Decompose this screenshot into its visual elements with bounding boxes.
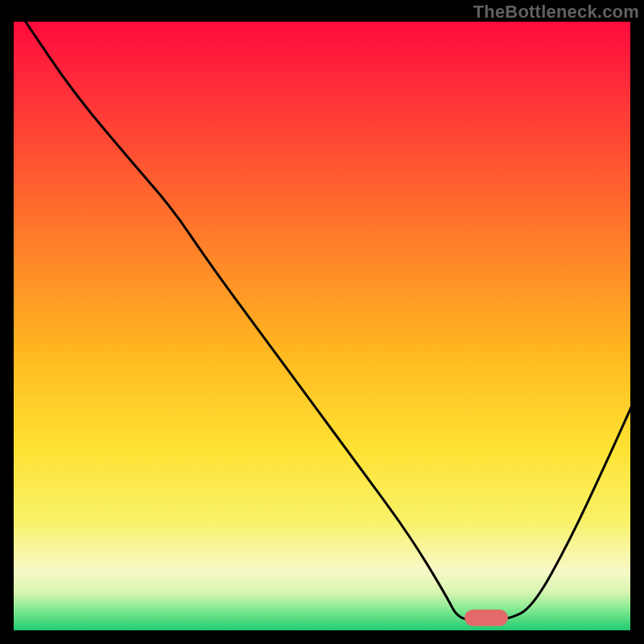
- chart-svg: [12, 20, 632, 632]
- chart-plot-area: [12, 20, 632, 632]
- gradient-background: [12, 20, 632, 632]
- optimal-marker: [464, 609, 508, 626]
- chart-frame: TheBottleneck.com: [0, 0, 644, 644]
- watermark-text: TheBottleneck.com: [473, 2, 639, 23]
